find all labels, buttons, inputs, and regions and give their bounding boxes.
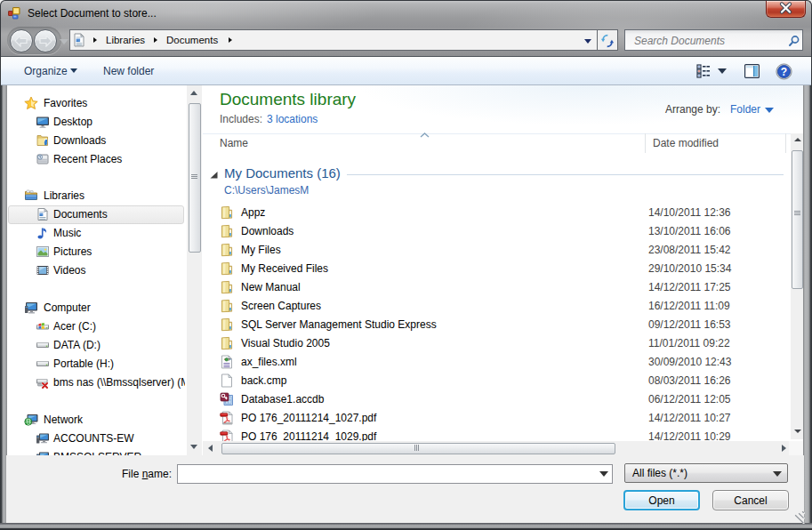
svg-text:?: ? <box>781 66 787 78</box>
svg-text:>: > <box>229 357 231 362</box>
